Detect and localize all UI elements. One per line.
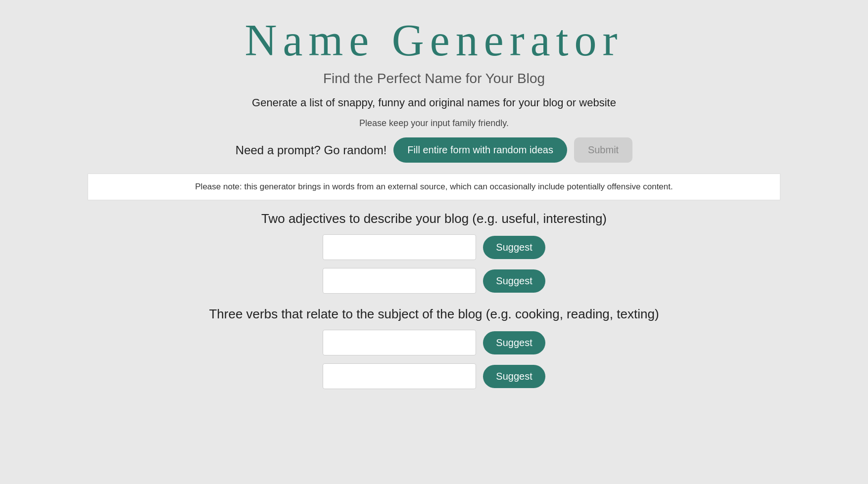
verb-input-1[interactable] [323,330,476,355]
suggest-adjective-1-button[interactable]: Suggest [483,236,545,259]
verb-row-1: Suggest [323,330,545,355]
verb-row-2: Suggest [323,363,545,389]
suggest-adjective-2-button[interactable]: Suggest [483,269,545,293]
adjective-row-1: Suggest [323,234,545,260]
submit-button[interactable]: Submit [574,137,632,163]
random-row: Need a prompt? Go random! Fill entire fo… [236,137,632,163]
verbs-section: Three verbs that relate to the subject o… [20,307,848,397]
subtitle: Find the Perfect Name for Your Blog [323,71,545,87]
verb-input-2[interactable] [323,363,476,389]
verbs-label: Three verbs that relate to the subject o… [209,307,659,322]
adjectives-label: Two adjectives to describe your blog (e.… [261,211,607,226]
notice-bar: Please note: this generator brings in wo… [88,174,780,200]
family-friendly-notice: Please keep your input family friendly. [359,118,509,129]
adjectives-section: Two adjectives to describe your blog (e.… [20,211,848,302]
suggest-verb-2-button[interactable]: Suggest [483,365,545,388]
adjective-row-2: Suggest [323,268,545,294]
random-label: Need a prompt? Go random! [236,143,387,157]
description: Generate a list of snappy, funny and ori… [252,96,616,109]
adjective-input-2[interactable] [323,268,476,294]
page-title: Name Generator [244,15,623,66]
adjective-input-1[interactable] [323,234,476,260]
suggest-verb-1-button[interactable]: Suggest [483,331,545,354]
fill-random-button[interactable]: Fill entire form with random ideas [393,137,567,163]
